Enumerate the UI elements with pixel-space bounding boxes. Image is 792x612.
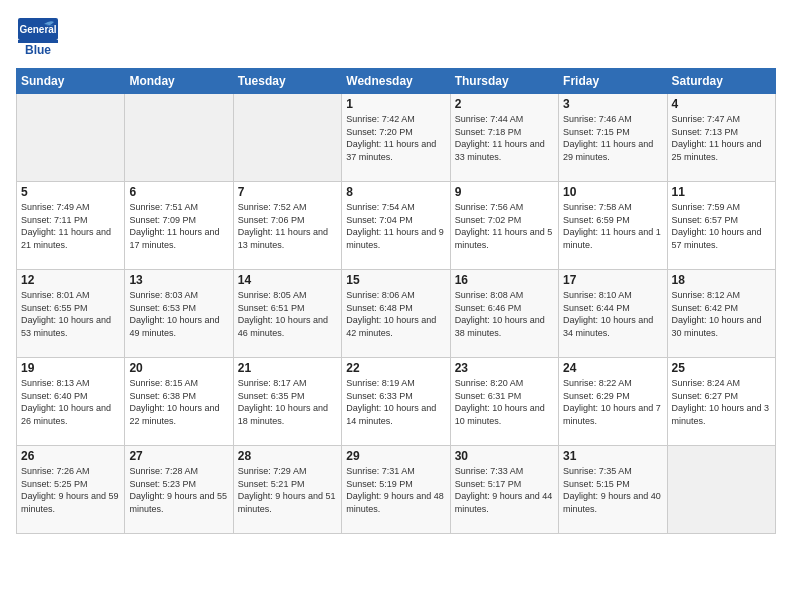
day-info: Sunrise: 8:24 AMSunset: 6:27 PMDaylight:… xyxy=(672,377,771,427)
calendar-cell: 12Sunrise: 8:01 AMSunset: 6:55 PMDayligh… xyxy=(17,270,125,358)
calendar-week-3: 12Sunrise: 8:01 AMSunset: 6:55 PMDayligh… xyxy=(17,270,776,358)
logo: General Blue xyxy=(16,16,60,60)
day-number: 21 xyxy=(238,361,337,375)
day-number: 19 xyxy=(21,361,120,375)
day-number: 18 xyxy=(672,273,771,287)
day-number: 23 xyxy=(455,361,554,375)
day-number: 27 xyxy=(129,449,228,463)
weekday-header-wednesday: Wednesday xyxy=(342,69,450,94)
calendar-cell: 4Sunrise: 7:47 AMSunset: 7:13 PMDaylight… xyxy=(667,94,775,182)
calendar-cell: 5Sunrise: 7:49 AMSunset: 7:11 PMDaylight… xyxy=(17,182,125,270)
calendar-cell: 6Sunrise: 7:51 AMSunset: 7:09 PMDaylight… xyxy=(125,182,233,270)
calendar-cell: 28Sunrise: 7:29 AMSunset: 5:21 PMDayligh… xyxy=(233,446,341,534)
day-number: 31 xyxy=(563,449,662,463)
day-info: Sunrise: 7:51 AMSunset: 7:09 PMDaylight:… xyxy=(129,201,228,251)
day-number: 9 xyxy=(455,185,554,199)
day-info: Sunrise: 7:52 AMSunset: 7:06 PMDaylight:… xyxy=(238,201,337,251)
day-info: Sunrise: 8:17 AMSunset: 6:35 PMDaylight:… xyxy=(238,377,337,427)
day-info: Sunrise: 7:33 AMSunset: 5:17 PMDaylight:… xyxy=(455,465,554,515)
weekday-header-monday: Monday xyxy=(125,69,233,94)
day-info: Sunrise: 7:31 AMSunset: 5:19 PMDaylight:… xyxy=(346,465,445,515)
calendar-cell: 24Sunrise: 8:22 AMSunset: 6:29 PMDayligh… xyxy=(559,358,667,446)
day-number: 16 xyxy=(455,273,554,287)
day-info: Sunrise: 7:28 AMSunset: 5:23 PMDaylight:… xyxy=(129,465,228,515)
day-number: 30 xyxy=(455,449,554,463)
calendar-cell: 7Sunrise: 7:52 AMSunset: 7:06 PMDaylight… xyxy=(233,182,341,270)
weekday-header-friday: Friday xyxy=(559,69,667,94)
calendar-cell: 29Sunrise: 7:31 AMSunset: 5:19 PMDayligh… xyxy=(342,446,450,534)
day-info: Sunrise: 8:10 AMSunset: 6:44 PMDaylight:… xyxy=(563,289,662,339)
day-info: Sunrise: 7:56 AMSunset: 7:02 PMDaylight:… xyxy=(455,201,554,251)
day-info: Sunrise: 7:58 AMSunset: 6:59 PMDaylight:… xyxy=(563,201,662,251)
weekday-header-saturday: Saturday xyxy=(667,69,775,94)
day-info: Sunrise: 7:44 AMSunset: 7:18 PMDaylight:… xyxy=(455,113,554,163)
svg-text:Blue: Blue xyxy=(25,43,51,57)
day-info: Sunrise: 8:01 AMSunset: 6:55 PMDaylight:… xyxy=(21,289,120,339)
day-number: 3 xyxy=(563,97,662,111)
day-info: Sunrise: 8:05 AMSunset: 6:51 PMDaylight:… xyxy=(238,289,337,339)
weekday-header-thursday: Thursday xyxy=(450,69,558,94)
day-number: 26 xyxy=(21,449,120,463)
day-info: Sunrise: 7:54 AMSunset: 7:04 PMDaylight:… xyxy=(346,201,445,251)
calendar-cell: 14Sunrise: 8:05 AMSunset: 6:51 PMDayligh… xyxy=(233,270,341,358)
weekday-header-tuesday: Tuesday xyxy=(233,69,341,94)
calendar-cell xyxy=(125,94,233,182)
calendar-week-5: 26Sunrise: 7:26 AMSunset: 5:25 PMDayligh… xyxy=(17,446,776,534)
day-number: 4 xyxy=(672,97,771,111)
calendar-cell xyxy=(233,94,341,182)
calendar-week-1: 1Sunrise: 7:42 AMSunset: 7:20 PMDaylight… xyxy=(17,94,776,182)
day-number: 20 xyxy=(129,361,228,375)
calendar-week-2: 5Sunrise: 7:49 AMSunset: 7:11 PMDaylight… xyxy=(17,182,776,270)
day-info: Sunrise: 7:47 AMSunset: 7:13 PMDaylight:… xyxy=(672,113,771,163)
day-info: Sunrise: 8:20 AMSunset: 6:31 PMDaylight:… xyxy=(455,377,554,427)
day-number: 25 xyxy=(672,361,771,375)
day-number: 12 xyxy=(21,273,120,287)
calendar-cell: 27Sunrise: 7:28 AMSunset: 5:23 PMDayligh… xyxy=(125,446,233,534)
day-info: Sunrise: 7:29 AMSunset: 5:21 PMDaylight:… xyxy=(238,465,337,515)
calendar-cell xyxy=(17,94,125,182)
calendar-cell: 18Sunrise: 8:12 AMSunset: 6:42 PMDayligh… xyxy=(667,270,775,358)
calendar-cell: 1Sunrise: 7:42 AMSunset: 7:20 PMDaylight… xyxy=(342,94,450,182)
calendar-cell: 11Sunrise: 7:59 AMSunset: 6:57 PMDayligh… xyxy=(667,182,775,270)
day-info: Sunrise: 8:22 AMSunset: 6:29 PMDaylight:… xyxy=(563,377,662,427)
day-info: Sunrise: 8:12 AMSunset: 6:42 PMDaylight:… xyxy=(672,289,771,339)
day-info: Sunrise: 8:03 AMSunset: 6:53 PMDaylight:… xyxy=(129,289,228,339)
calendar-cell: 26Sunrise: 7:26 AMSunset: 5:25 PMDayligh… xyxy=(17,446,125,534)
day-number: 5 xyxy=(21,185,120,199)
calendar-cell: 23Sunrise: 8:20 AMSunset: 6:31 PMDayligh… xyxy=(450,358,558,446)
calendar-cell: 25Sunrise: 8:24 AMSunset: 6:27 PMDayligh… xyxy=(667,358,775,446)
svg-text:General: General xyxy=(19,24,56,35)
day-info: Sunrise: 7:35 AMSunset: 5:15 PMDaylight:… xyxy=(563,465,662,515)
day-number: 1 xyxy=(346,97,445,111)
day-info: Sunrise: 7:46 AMSunset: 7:15 PMDaylight:… xyxy=(563,113,662,163)
day-info: Sunrise: 8:13 AMSunset: 6:40 PMDaylight:… xyxy=(21,377,120,427)
calendar-cell: 2Sunrise: 7:44 AMSunset: 7:18 PMDaylight… xyxy=(450,94,558,182)
calendar-cell: 17Sunrise: 8:10 AMSunset: 6:44 PMDayligh… xyxy=(559,270,667,358)
calendar-cell: 20Sunrise: 8:15 AMSunset: 6:38 PMDayligh… xyxy=(125,358,233,446)
day-number: 29 xyxy=(346,449,445,463)
day-number: 8 xyxy=(346,185,445,199)
day-number: 15 xyxy=(346,273,445,287)
day-number: 28 xyxy=(238,449,337,463)
calendar-cell: 3Sunrise: 7:46 AMSunset: 7:15 PMDaylight… xyxy=(559,94,667,182)
calendar-cell: 22Sunrise: 8:19 AMSunset: 6:33 PMDayligh… xyxy=(342,358,450,446)
day-info: Sunrise: 7:26 AMSunset: 5:25 PMDaylight:… xyxy=(21,465,120,515)
day-info: Sunrise: 7:42 AMSunset: 7:20 PMDaylight:… xyxy=(346,113,445,163)
calendar-cell xyxy=(667,446,775,534)
calendar-cell: 8Sunrise: 7:54 AMSunset: 7:04 PMDaylight… xyxy=(342,182,450,270)
day-info: Sunrise: 7:49 AMSunset: 7:11 PMDaylight:… xyxy=(21,201,120,251)
day-number: 24 xyxy=(563,361,662,375)
calendar-cell: 13Sunrise: 8:03 AMSunset: 6:53 PMDayligh… xyxy=(125,270,233,358)
day-info: Sunrise: 8:19 AMSunset: 6:33 PMDaylight:… xyxy=(346,377,445,427)
day-number: 2 xyxy=(455,97,554,111)
day-number: 22 xyxy=(346,361,445,375)
day-info: Sunrise: 8:08 AMSunset: 6:46 PMDaylight:… xyxy=(455,289,554,339)
day-number: 6 xyxy=(129,185,228,199)
day-number: 10 xyxy=(563,185,662,199)
logo-icon: General Blue xyxy=(16,16,60,60)
day-number: 11 xyxy=(672,185,771,199)
day-number: 7 xyxy=(238,185,337,199)
calendar-cell: 31Sunrise: 7:35 AMSunset: 5:15 PMDayligh… xyxy=(559,446,667,534)
page-header: General Blue xyxy=(16,16,776,60)
calendar-cell: 15Sunrise: 8:06 AMSunset: 6:48 PMDayligh… xyxy=(342,270,450,358)
